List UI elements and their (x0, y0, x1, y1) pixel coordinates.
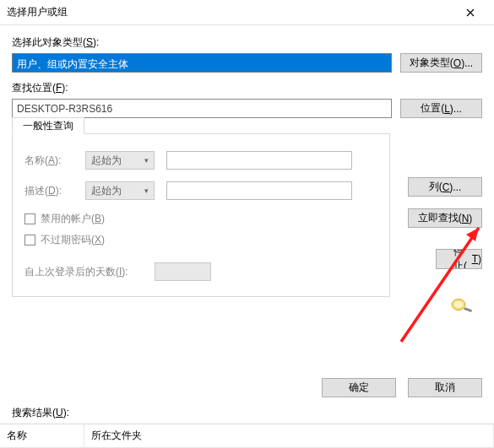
columns-button[interactable]: 列(C)... (408, 177, 482, 197)
column-folder[interactable]: 所在文件夹 (84, 424, 494, 448)
query-panel: 一般性查询 名称(A): 起始为▾ 描述(D): 起始为▾ 禁用的帐户(B) (12, 133, 390, 297)
location-label: 查找位置(F): (12, 81, 482, 95)
results-header: 名称 所在文件夹 (0, 424, 494, 448)
column-name[interactable]: 名称 (0, 424, 84, 448)
bottom-area: 确定 取消 搜索结果(U): 名称 所在文件夹 (0, 378, 494, 448)
tab-common-queries[interactable]: 一般性查询 (12, 117, 84, 134)
object-type-field[interactable]: 用户、组或内置安全主体 (12, 53, 392, 73)
search-icon (450, 297, 474, 314)
name-input[interactable] (166, 151, 352, 170)
disabled-accounts-label: 禁用的帐户(B) (41, 212, 105, 226)
title-bar: 选择用户或组 (0, 0, 494, 25)
name-match-combo[interactable]: 起始为▾ (85, 151, 155, 170)
svg-rect-2 (464, 307, 472, 312)
description-match-combo[interactable]: 起始为▾ (85, 181, 155, 200)
find-now-button[interactable]: 立即查找(N) (408, 208, 482, 228)
object-type-label: 选择此对象类型(S): (12, 35, 482, 50)
cancel-button[interactable]: 取消 (408, 378, 482, 397)
name-label: 名称(A): (24, 154, 73, 168)
svg-point-1 (454, 301, 463, 308)
close-button[interactable] (453, 1, 487, 24)
window-title: 选择用户或组 (7, 5, 68, 19)
checkbox-icon (24, 213, 35, 224)
disabled-accounts-checkbox-row[interactable]: 禁用的帐户(B) (24, 212, 377, 226)
checkbox-icon (24, 235, 35, 246)
days-since-logon-label: 自上次登录后的天数(I): (24, 265, 143, 279)
non-expiring-password-checkbox-row[interactable]: 不过期密码(X) (24, 233, 377, 247)
stop-button[interactable]: 停止(T) (436, 249, 482, 269)
search-results-label: 搜索结果(U): (0, 406, 494, 424)
non-expiring-password-label: 不过期密码(X) (41, 233, 105, 247)
description-input[interactable] (166, 181, 352, 200)
chevron-down-icon: ▾ (144, 156, 149, 165)
locations-button[interactable]: 位置(L)... (400, 99, 482, 118)
location-field[interactable]: DESKTOP-R3RS616 (12, 99, 392, 118)
ok-button[interactable]: 确定 (322, 378, 396, 397)
days-since-logon-combo[interactable] (155, 262, 211, 281)
content-area: 选择此对象类型(S): 用户、组或内置安全主体 对象类型(O)... 查找位置(… (0, 25, 494, 297)
close-icon (466, 8, 475, 17)
description-label: 描述(D): (24, 184, 73, 198)
object-types-button[interactable]: 对象类型(O)... (400, 53, 482, 73)
chevron-down-icon: ▾ (144, 186, 149, 195)
